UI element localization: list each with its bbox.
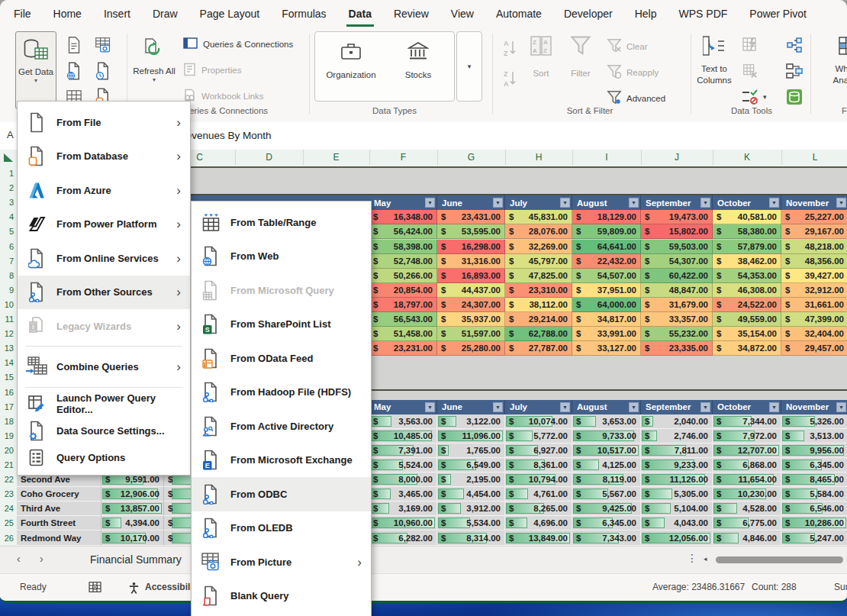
table2-cell[interactable]: $8,265.00 [505,502,572,516]
filter-button-icon[interactable]: ▼ [493,402,503,412]
advanced-filter-button[interactable]: Advanced [607,90,665,107]
menu-tab-data[interactable]: Data [347,6,373,21]
table1-cell[interactable]: $48,218.00 [781,240,847,254]
recent-sources-icon[interactable] [92,60,114,82]
table2-cell[interactable]: $3,169.00 [369,502,437,516]
column-header-E[interactable]: E [303,150,370,165]
store-value-cell[interactable]: $12,906.00 [101,487,164,502]
table1-cell[interactable]: $58,380.00 [713,224,781,239]
name-box[interactable]: A [7,129,14,140]
relationships-icon[interactable] [783,60,806,82]
queries-connections-button[interactable]: Queries & Connections [183,37,293,52]
table2-cell[interactable]: $3,122.00 [437,414,505,429]
table1-cell[interactable]: $60,422.00 [641,269,713,283]
table1-cell[interactable]: $18,797.00 [369,298,437,312]
store-value-cell[interactable]: $13,857.00 [101,502,164,516]
table1-month-header[interactable]: July▼ [505,195,572,210]
menu-tab-file[interactable]: File [12,6,33,21]
menu-tab-wps-pdf[interactable]: WPS PDF [678,6,729,21]
table1-cell[interactable]: $32,404.00 [781,327,847,341]
menu-item-query-options[interactable]: Query Options [18,445,190,471]
table1-cell[interactable]: $48,356.00 [781,254,847,269]
table1-cell[interactable]: $57,879.00 [713,240,781,254]
row-header-1[interactable]: 1 [9,166,14,181]
row-header-18[interactable]: 18 [5,414,14,429]
row-header-2[interactable]: 2 [9,181,14,195]
menu-item-from-sharepoint-list[interactable]: SFrom SharePoint List [192,308,371,342]
table2-cell[interactable]: $4,043.00 [641,516,713,531]
table1-cell[interactable]: $16,893.00 [437,269,505,283]
data-validation-icon[interactable] [739,85,762,108]
table2-cell[interactable]: $10,230.00 [713,487,781,502]
table1-cell[interactable]: $51,597.00 [437,327,505,341]
table1-cell[interactable]: $23,231.00 [369,341,437,356]
menu-item-from-database[interactable]: From Database› [18,140,190,174]
table1-cell[interactable]: $16,348.00 [369,210,437,224]
row-header-15[interactable]: 15 [5,370,14,385]
table2-cell[interactable]: $8,119.00 [572,472,641,487]
sheet-tab-financial-summary[interactable]: Financial Summary [90,553,182,566]
data-model-icon[interactable] [783,85,806,108]
menu-item-data-source-settings[interactable]: Data Source Settings... [18,418,190,445]
row-header-10[interactable]: 10 [5,298,14,312]
column-header-D[interactable]: D [235,150,304,165]
menu-item-launch-power-query-editor[interactable]: Launch Power Query Editor... [18,390,190,418]
table1-cell[interactable]: $47,825.00 [505,269,572,283]
table1-cell[interactable]: $23,310.00 [505,283,572,298]
table2-cell[interactable]: $11,126.00 [641,472,713,487]
refresh-all-button[interactable]: Refresh All ▾ [131,31,177,108]
table2-cell[interactable]: $8,361.00 [505,458,572,472]
menu-item-from-odata-feed[interactable]: From OData Feed [192,341,371,376]
table1-cell[interactable]: $40,581.00 [713,210,781,224]
from-picture-small-icon[interactable] [92,34,114,56]
row-header-13[interactable]: 13 [5,341,14,356]
menu-tab-home[interactable]: Home [52,6,83,21]
menu-tab-insert[interactable]: Insert [102,6,132,21]
table1-cell[interactable]: $25,227.00 [781,210,847,224]
table2-cell[interactable]: $7,811.00 [641,443,713,458]
table1-cell[interactable]: $20,854.00 [369,283,437,298]
store-value-cell[interactable]: $4,394.00 [101,516,164,531]
menu-tab-view[interactable]: View [449,6,475,21]
store-value-cell[interactable]: $10,170.00 [101,531,164,546]
next-sheet-icon[interactable]: › [40,553,43,565]
menu-item-blank-query[interactable]: Blank Query [192,579,371,614]
table1-cell[interactable]: $23,335.00 [641,341,713,356]
table1-cell[interactable]: $59,809.00 [572,224,641,239]
table1-cell[interactable]: $54,507.00 [572,269,641,283]
table1-cell[interactable]: $37,951.00 [572,283,641,298]
table1-cell[interactable]: $25,280.00 [437,341,505,356]
store-name-cell[interactable]: Redmond Way [17,531,101,546]
table2-cell[interactable]: $5,247.00 [781,531,847,546]
table2-cell[interactable]: $4,846.00 [713,531,781,546]
table2-cell[interactable]: $4,761.00 [505,487,572,502]
row-header-14[interactable]: 14 [5,356,14,370]
table1-cell[interactable]: $56,543.00 [369,312,437,327]
table2-cell[interactable]: $2,040.00 [641,414,713,429]
row-header-21[interactable]: 21 [5,458,14,472]
menu-item-from-power-platform[interactable]: From Power Platform› [18,208,190,242]
table2-cell[interactable]: $12,707.00 [713,443,781,458]
menu-item-legacy-wizards[interactable]: Legacy Wizards› [18,309,190,343]
table2-cell[interactable]: $11,654.00 [713,472,781,487]
filter-button-icon[interactable]: ▼ [560,402,570,412]
table2-cell[interactable]: $5,534.00 [437,516,505,531]
table2-cell[interactable]: $6,282.00 [369,531,437,546]
menu-item-from-other-sources[interactable]: From Other Sources› [18,276,190,310]
table2-month-header[interactable]: July▼ [505,400,572,414]
table1-cell[interactable]: $47,399.00 [781,312,847,327]
table1-cell[interactable]: $59,503.00 [641,240,713,254]
menu-item-from-online-services[interactable]: From Online Services› [18,241,190,276]
table1-cell[interactable]: $39,427.00 [781,269,847,283]
table2-month-header[interactable]: November▼ [781,400,847,414]
menu-item-from-picture[interactable]: From Picture› [192,545,371,579]
table2-cell[interactable]: $6,345.00 [781,458,847,472]
menu-item-from-microsoft-query[interactable]: From Microsoft Query [192,273,371,308]
table1-cell[interactable]: $55,232.00 [641,327,713,341]
menu-item-from-hadoop-file-hdfs[interactable]: From Hadoop File (HDFS) [192,376,371,410]
table1-cell[interactable]: $24,307.00 [437,298,505,312]
table2-cell[interactable]: $9,233.00 [641,458,713,472]
scrollbar-options-icon[interactable]: ⋮ [687,552,697,564]
what-if-analysis-button[interactable]: What-If Analysis [820,35,847,85]
table2-cell[interactable]: $6,345.00 [572,516,641,531]
